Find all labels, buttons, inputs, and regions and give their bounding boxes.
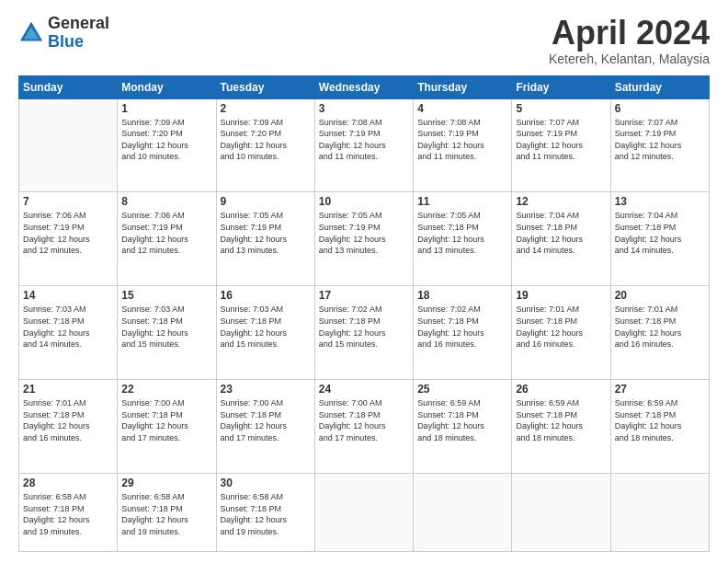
table-row: 12Sunrise: 7:04 AMSunset: 7:18 PMDayligh…: [512, 192, 610, 286]
day-number: 1: [121, 102, 211, 115]
col-friday: Friday: [512, 75, 610, 98]
day-info: Sunrise: 7:00 AMSunset: 7:18 PMDaylight:…: [221, 397, 311, 443]
table-row: 1Sunrise: 7:09 AMSunset: 7:20 PMDaylight…: [118, 98, 216, 192]
header: General Blue April 2024 Ketereh, Kelanta…: [18, 15, 710, 66]
day-number: 15: [121, 289, 211, 302]
day-info: Sunrise: 7:00 AMSunset: 7:18 PMDaylight:…: [319, 397, 409, 443]
day-number: 4: [417, 102, 507, 115]
table-row: 11Sunrise: 7:05 AMSunset: 7:18 PMDayligh…: [414, 192, 512, 286]
table-row: 17Sunrise: 7:02 AMSunset: 7:18 PMDayligh…: [314, 286, 413, 380]
table-row: 16Sunrise: 7:03 AMSunset: 7:18 PMDayligh…: [216, 286, 314, 380]
month-title: April 2024: [549, 15, 710, 52]
table-row: 21Sunrise: 7:01 AMSunset: 7:18 PMDayligh…: [19, 380, 118, 474]
table-row: [19, 98, 118, 192]
day-info: Sunrise: 7:05 AMSunset: 7:19 PMDaylight:…: [319, 210, 409, 256]
title-section: April 2024 Ketereh, Kelantan, Malaysia: [549, 15, 710, 66]
table-row: 19Sunrise: 7:01 AMSunset: 7:18 PMDayligh…: [512, 286, 610, 380]
day-number: 20: [615, 289, 705, 302]
table-row: 20Sunrise: 7:01 AMSunset: 7:18 PMDayligh…: [610, 286, 709, 380]
table-row: 9Sunrise: 7:05 AMSunset: 7:19 PMDaylight…: [216, 192, 314, 286]
day-info: Sunrise: 6:59 AMSunset: 7:18 PMDaylight:…: [516, 397, 606, 443]
location: Ketereh, Kelantan, Malaysia: [549, 52, 710, 66]
day-number: 9: [221, 195, 311, 208]
table-row: 5Sunrise: 7:07 AMSunset: 7:19 PMDaylight…: [512, 98, 610, 192]
table-row: 18Sunrise: 7:02 AMSunset: 7:18 PMDayligh…: [414, 286, 512, 380]
table-row: 7Sunrise: 7:06 AMSunset: 7:19 PMDaylight…: [19, 192, 118, 286]
table-row: 25Sunrise: 6:59 AMSunset: 7:18 PMDayligh…: [414, 380, 512, 474]
table-row: 24Sunrise: 7:00 AMSunset: 7:18 PMDayligh…: [314, 380, 413, 474]
day-number: 23: [221, 383, 311, 396]
col-tuesday: Tuesday: [216, 75, 314, 98]
table-row: 30Sunrise: 6:58 AMSunset: 7:18 PMDayligh…: [216, 474, 314, 552]
logo-icon: [18, 20, 44, 46]
day-number: 11: [417, 195, 507, 208]
calendar-week-row: 14Sunrise: 7:03 AMSunset: 7:18 PMDayligh…: [19, 286, 710, 380]
day-info: Sunrise: 7:05 AMSunset: 7:19 PMDaylight:…: [221, 210, 311, 256]
day-info: Sunrise: 7:00 AMSunset: 7:18 PMDaylight:…: [121, 397, 211, 443]
day-number: 8: [121, 195, 211, 208]
day-number: 26: [516, 383, 606, 396]
day-number: 19: [516, 289, 606, 302]
day-number: 21: [23, 383, 113, 396]
day-number: 14: [23, 289, 113, 302]
table-row: 14Sunrise: 7:03 AMSunset: 7:18 PMDayligh…: [19, 286, 118, 380]
day-info: Sunrise: 6:58 AMSunset: 7:18 PMDaylight:…: [121, 491, 211, 537]
day-number: 24: [319, 383, 409, 396]
day-number: 12: [516, 195, 606, 208]
day-number: 18: [417, 289, 507, 302]
day-number: 13: [615, 195, 705, 208]
day-info: Sunrise: 7:03 AMSunset: 7:18 PMDaylight:…: [221, 304, 311, 350]
day-info: Sunrise: 7:01 AMSunset: 7:18 PMDaylight:…: [615, 304, 705, 350]
calendar-week-row: 21Sunrise: 7:01 AMSunset: 7:18 PMDayligh…: [19, 380, 710, 474]
day-info: Sunrise: 7:03 AMSunset: 7:18 PMDaylight:…: [23, 304, 113, 350]
table-row: [414, 474, 512, 552]
logo: General Blue: [18, 15, 109, 52]
day-number: 28: [23, 477, 113, 489]
day-info: Sunrise: 6:59 AMSunset: 7:18 PMDaylight:…: [417, 397, 507, 443]
day-info: Sunrise: 7:06 AMSunset: 7:19 PMDaylight:…: [121, 210, 211, 256]
day-info: Sunrise: 7:09 AMSunset: 7:20 PMDaylight:…: [221, 117, 311, 163]
table-row: 28Sunrise: 6:58 AMSunset: 7:18 PMDayligh…: [19, 474, 118, 552]
day-number: 7: [23, 195, 113, 208]
day-info: Sunrise: 6:58 AMSunset: 7:18 PMDaylight:…: [23, 491, 113, 537]
table-row: [512, 474, 610, 552]
logo-general-text: General: [48, 15, 109, 33]
table-row: 2Sunrise: 7:09 AMSunset: 7:20 PMDaylight…: [216, 98, 314, 192]
table-row: 23Sunrise: 7:00 AMSunset: 7:18 PMDayligh…: [216, 380, 314, 474]
calendar-week-row: 1Sunrise: 7:09 AMSunset: 7:20 PMDaylight…: [19, 98, 710, 192]
day-info: Sunrise: 7:02 AMSunset: 7:18 PMDaylight:…: [319, 304, 409, 350]
day-number: 27: [615, 383, 705, 396]
day-number: 5: [516, 102, 606, 115]
day-number: 3: [319, 102, 409, 115]
day-info: Sunrise: 7:05 AMSunset: 7:18 PMDaylight:…: [417, 210, 507, 256]
table-row: 10Sunrise: 7:05 AMSunset: 7:19 PMDayligh…: [314, 192, 413, 286]
table-row: 15Sunrise: 7:03 AMSunset: 7:18 PMDayligh…: [118, 286, 216, 380]
calendar-header-row: Sunday Monday Tuesday Wednesday Thursday…: [19, 75, 710, 98]
logo-text: General Blue: [48, 15, 109, 52]
day-info: Sunrise: 7:06 AMSunset: 7:19 PMDaylight:…: [23, 210, 113, 256]
day-info: Sunrise: 7:09 AMSunset: 7:20 PMDaylight:…: [121, 117, 211, 163]
day-number: 17: [319, 289, 409, 302]
table-row: 27Sunrise: 6:59 AMSunset: 7:18 PMDayligh…: [610, 380, 709, 474]
day-info: Sunrise: 7:07 AMSunset: 7:19 PMDaylight:…: [516, 117, 606, 163]
page: General Blue April 2024 Ketereh, Kelanta…: [0, 0, 728, 563]
table-row: 8Sunrise: 7:06 AMSunset: 7:19 PMDaylight…: [118, 192, 216, 286]
day-number: 29: [121, 477, 211, 489]
table-row: 3Sunrise: 7:08 AMSunset: 7:19 PMDaylight…: [314, 98, 413, 192]
table-row: [314, 474, 413, 552]
day-info: Sunrise: 7:07 AMSunset: 7:19 PMDaylight:…: [615, 117, 705, 163]
table-row: 13Sunrise: 7:04 AMSunset: 7:18 PMDayligh…: [610, 192, 709, 286]
col-saturday: Saturday: [610, 75, 709, 98]
table-row: 22Sunrise: 7:00 AMSunset: 7:18 PMDayligh…: [118, 380, 216, 474]
day-number: 30: [221, 477, 311, 489]
day-number: 2: [221, 102, 311, 115]
day-number: 16: [221, 289, 311, 302]
day-number: 22: [121, 383, 211, 396]
day-info: Sunrise: 6:58 AMSunset: 7:18 PMDaylight:…: [221, 491, 311, 537]
logo-blue-text: Blue: [48, 33, 109, 52]
col-monday: Monday: [118, 75, 216, 98]
table-row: 29Sunrise: 6:58 AMSunset: 7:18 PMDayligh…: [118, 474, 216, 552]
day-info: Sunrise: 7:02 AMSunset: 7:18 PMDaylight:…: [417, 304, 507, 350]
day-number: 6: [615, 102, 705, 115]
table-row: [610, 474, 709, 552]
